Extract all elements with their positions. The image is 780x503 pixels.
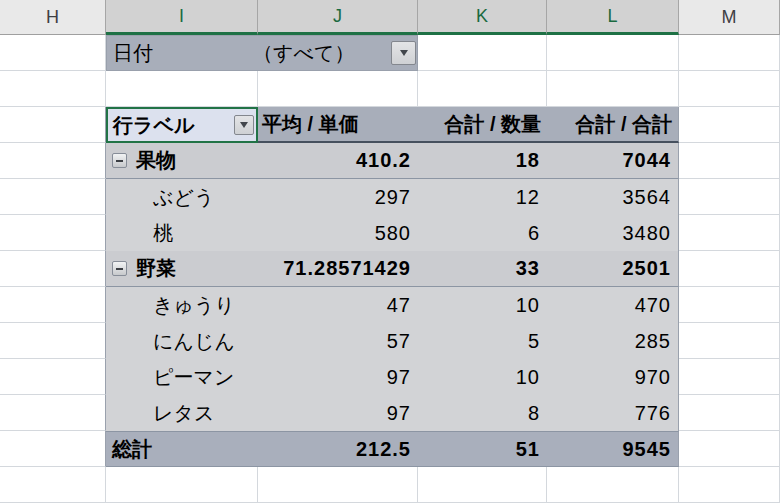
value-cell[interactable]: 580 [258, 215, 418, 251]
empty-cell[interactable] [679, 431, 780, 467]
row-label-cell[interactable]: 果物 [106, 143, 258, 179]
empty-cell[interactable] [106, 71, 258, 107]
empty-cell[interactable] [0, 359, 106, 395]
value-cell[interactable]: 71.28571429 [258, 251, 418, 287]
empty-cell[interactable] [679, 143, 780, 179]
row-label-cell[interactable]: 野菜 [106, 251, 258, 287]
value-cell[interactable]: 5 [418, 323, 547, 359]
filter-field-label: 日付 [107, 40, 253, 67]
blank-row [0, 71, 780, 107]
empty-cell[interactable] [679, 35, 780, 71]
value-cell[interactable]: 18 [418, 143, 547, 179]
value-cell[interactable]: 97 [258, 359, 418, 395]
empty-cell[interactable] [679, 323, 780, 359]
column-header-h[interactable]: H [0, 0, 106, 35]
row-labels-dropdown-button[interactable] [234, 115, 254, 135]
pivot-row-grape: ぶどう 297 12 3564 [0, 179, 780, 215]
pivot-row-cucumber: きゅうり 47 10 470 [0, 287, 780, 323]
row-label-cell[interactable]: ピーマン [106, 359, 258, 395]
value-cell[interactable]: 10 [418, 359, 547, 395]
value-cell[interactable]: 8 [418, 395, 547, 431]
column-header-m[interactable]: M [679, 0, 780, 35]
minus-icon [116, 268, 123, 270]
filter-row: 日付 （すべて） [0, 35, 780, 71]
empty-cell[interactable] [547, 35, 679, 71]
empty-cell[interactable] [0, 35, 106, 71]
empty-cell[interactable] [258, 71, 418, 107]
value-cell[interactable]: 470 [547, 287, 679, 323]
empty-cell[interactable] [0, 467, 106, 503]
empty-cell[interactable] [679, 251, 780, 287]
empty-cell[interactable] [0, 323, 106, 359]
empty-cell[interactable] [418, 467, 547, 503]
value-cell[interactable]: 51 [418, 431, 547, 467]
empty-cell[interactable] [547, 467, 679, 503]
pivot-row-grand-total: 総計 212.5 51 9545 [0, 431, 780, 467]
filter-dropdown-button[interactable] [391, 41, 416, 65]
column-header-l[interactable]: L [547, 0, 679, 35]
empty-cell[interactable] [418, 71, 547, 107]
pivot-row-carrot: にんじん 57 5 285 [0, 323, 780, 359]
row-label-cell[interactable]: きゅうり [106, 287, 258, 323]
column-header-i[interactable]: I [106, 0, 258, 35]
row-label-cell[interactable]: レタス [106, 395, 258, 431]
empty-cell[interactable] [0, 107, 106, 143]
empty-cell[interactable] [679, 467, 780, 503]
row-labels-header-cell[interactable]: 行ラベル [106, 107, 258, 143]
value-cell[interactable]: 285 [547, 323, 679, 359]
value-cell[interactable]: 9545 [547, 431, 679, 467]
value-cell[interactable]: 57 [258, 323, 418, 359]
row-label-cell[interactable]: 総計 [106, 431, 258, 467]
empty-cell[interactable] [0, 179, 106, 215]
empty-cell[interactable] [0, 431, 106, 467]
empty-cell[interactable] [0, 251, 106, 287]
empty-cell[interactable] [547, 71, 679, 107]
empty-cell[interactable] [679, 107, 780, 143]
value-cell[interactable]: 33 [418, 251, 547, 287]
value-header-unit-price[interactable]: 平均 / 単価 [258, 107, 418, 143]
row-label-cell[interactable]: ぶどう [106, 179, 258, 215]
empty-cell[interactable] [679, 179, 780, 215]
value-header-quantity[interactable]: 合計 / 数量 [418, 107, 547, 143]
collapse-button[interactable] [112, 153, 127, 168]
value-cell[interactable]: 3480 [547, 215, 679, 251]
pivot-row-vegetable: 野菜 71.28571429 33 2501 [0, 251, 780, 287]
row-label: 果物 [136, 147, 176, 174]
empty-cell[interactable] [0, 395, 106, 431]
empty-cell[interactable] [0, 143, 106, 179]
column-header-k[interactable]: K [418, 0, 547, 35]
row-labels-header-text: 行ラベル [113, 112, 194, 139]
empty-cell[interactable] [679, 359, 780, 395]
empty-cell[interactable] [679, 395, 780, 431]
value-header-total[interactable]: 合計 / 合計 [547, 107, 679, 143]
pivot-filter-cell[interactable]: 日付 （すべて） [106, 35, 418, 71]
empty-cell[interactable] [0, 215, 106, 251]
row-label-cell[interactable]: 桃 [106, 215, 258, 251]
value-cell[interactable]: 6 [418, 215, 547, 251]
value-cell[interactable]: 410.2 [258, 143, 418, 179]
empty-cell[interactable] [679, 287, 780, 323]
empty-cell[interactable] [679, 71, 780, 107]
pivot-header-row: 行ラベル 平均 / 単価 合計 / 数量 合計 / 合計 [0, 107, 780, 143]
empty-cell[interactable] [106, 467, 258, 503]
blank-row [0, 467, 780, 503]
empty-cell[interactable] [679, 215, 780, 251]
value-cell[interactable]: 10 [418, 287, 547, 323]
column-header-j[interactable]: J [258, 0, 418, 35]
value-cell[interactable]: 3564 [547, 179, 679, 215]
row-label-cell[interactable]: にんじん [106, 323, 258, 359]
value-cell[interactable]: 7044 [547, 143, 679, 179]
value-cell[interactable]: 47 [258, 287, 418, 323]
collapse-button[interactable] [112, 261, 127, 276]
empty-cell[interactable] [0, 287, 106, 323]
value-cell[interactable]: 212.5 [258, 431, 418, 467]
value-cell[interactable]: 12 [418, 179, 547, 215]
empty-cell[interactable] [258, 467, 418, 503]
value-cell[interactable]: 970 [547, 359, 679, 395]
value-cell[interactable]: 776 [547, 395, 679, 431]
value-cell[interactable]: 2501 [547, 251, 679, 287]
empty-cell[interactable] [418, 35, 547, 71]
value-cell[interactable]: 97 [258, 395, 418, 431]
empty-cell[interactable] [0, 71, 106, 107]
value-cell[interactable]: 297 [258, 179, 418, 215]
